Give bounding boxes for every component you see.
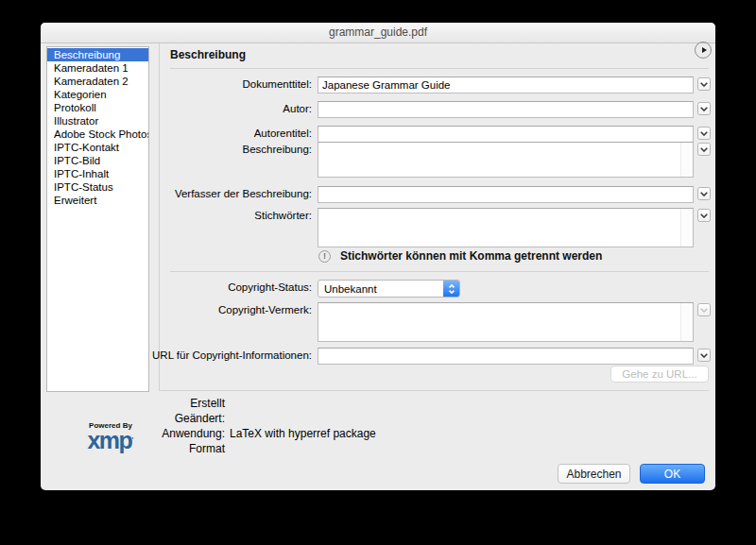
copyright-vermerk-field [318,302,694,342]
sidebar-item-iptc-inhalt[interactable]: IPTC-Inhalt [47,167,148,180]
goto-url-button: Gehe zu URL... [610,366,709,383]
copyright-vermerk-textarea[interactable] [318,303,693,341]
autor-label: Autor: [135,103,312,114]
beschreibung-textarea[interactable] [318,143,693,177]
verfasser-input[interactable] [318,186,694,203]
exclamation-icon: ! [318,250,331,263]
dokumenttitel-menu-button[interactable] [697,77,711,91]
xmp-metadata-dialog: grammar_guide.pdf Beschreibung Kameradat… [41,23,715,490]
sidebar-item-illustrator[interactable]: Illustrator [47,114,148,128]
autor-menu-button[interactable] [697,102,711,115]
copyright-status-label: Copyright-Status: [135,281,312,293]
chevron-down-icon [700,82,708,87]
sidebar-item-iptc-status[interactable]: IPTC-Status [47,180,148,194]
stichwoerter-label: Stichwörter: [135,210,312,221]
copyright-status-select[interactable]: Unbekannt [318,280,460,298]
flyout-menu-icon [702,47,707,53]
beschreibung-field [318,142,694,178]
copyright-url-input[interactable] [318,348,694,365]
erstellt-label: Erstellt [130,397,225,410]
verfasser-menu-button[interactable] [697,187,711,200]
window-title: grammar_guide.pdf [329,26,427,39]
chevron-down-icon [700,131,708,136]
sidebar-item-adobe-stock-photos[interactable]: Adobe Stock Photos [47,128,148,141]
panel-title: Beschreibung [170,48,246,61]
autorentitel-menu-button[interactable] [697,127,711,140]
sidebar-item-beschreibung[interactable]: Beschreibung [47,48,148,61]
copyright-url-menu-button[interactable] [697,349,711,362]
autor-input[interactable] [318,101,694,118]
metadata-section-list: Beschreibung Kameradaten 1 Kameradaten 2… [46,46,149,392]
sidebar-item-protokoll[interactable]: Protokoll [47,101,148,114]
chevron-down-icon [700,353,708,358]
stichwoerter-hint-text: Stichwörter können mit Komma getrennt we… [340,249,602,263]
footer-divider [159,390,709,391]
beschreibung-menu-button[interactable] [697,143,711,156]
anwendung-label: Anwendung: [130,427,225,440]
stichwoerter-menu-button[interactable] [697,209,711,222]
header-divider [170,68,709,69]
stichwoerter-textarea[interactable] [318,209,693,247]
chevron-down-icon [700,308,708,313]
sidebar-item-iptc-kontakt[interactable]: IPTC-Kontakt [47,141,148,154]
chevron-down-icon [700,213,708,218]
copyright-vermerk-label: Copyright-Vermerk: [135,304,312,315]
sidebar-item-kameradaten-2[interactable]: Kameradaten 2 [47,75,148,88]
format-label: Format [130,442,225,455]
flyout-menu-button[interactable] [695,42,712,59]
copyright-vermerk-menu-button-disabled [697,303,711,316]
autorentitel-label: Autorentitel: [135,128,312,139]
chevron-down-icon [700,147,708,152]
beschreibung-label: Beschreibung: [135,144,312,155]
chevron-down-icon [700,192,708,196]
sidebar-item-kameradaten-1[interactable]: Kameradaten 1 [47,61,148,75]
autorentitel-input[interactable] [318,126,694,143]
dokumenttitel-label: Dokumenttitel: [135,78,312,90]
sidebar-item-erweitert[interactable]: Erweitert [47,194,148,207]
anwendung-value: LaTeX with hyperref package [230,427,376,440]
xmp-logo: Powered By xmp’ [77,421,144,451]
geaendert-label: Geändert: [130,412,225,425]
dokumenttitel-input[interactable] [318,77,694,94]
copyright-url-label: URL für Copyright-Informationen: [135,349,312,361]
sidebar-item-kategorien[interactable]: Kategorien [47,88,148,101]
section-divider [170,271,709,272]
copyright-status-value: Unbekannt [318,283,443,295]
xmp-brand-text: xmp’ [77,430,144,451]
screen-background: grammar_guide.pdf Beschreibung Kameradat… [0,0,756,545]
stichwoerter-field [318,208,694,247]
cancel-button[interactable]: Abbrechen [558,464,630,484]
up-down-chevrons-icon [443,281,459,297]
sidebar-item-iptc-bild[interactable]: IPTC-Bild [47,154,148,167]
chevron-down-icon [700,107,708,111]
verfasser-label: Verfasser der Beschreibung: [135,188,312,199]
titlebar[interactable]: grammar_guide.pdf [41,23,715,43]
ok-button[interactable]: OK [640,464,705,484]
